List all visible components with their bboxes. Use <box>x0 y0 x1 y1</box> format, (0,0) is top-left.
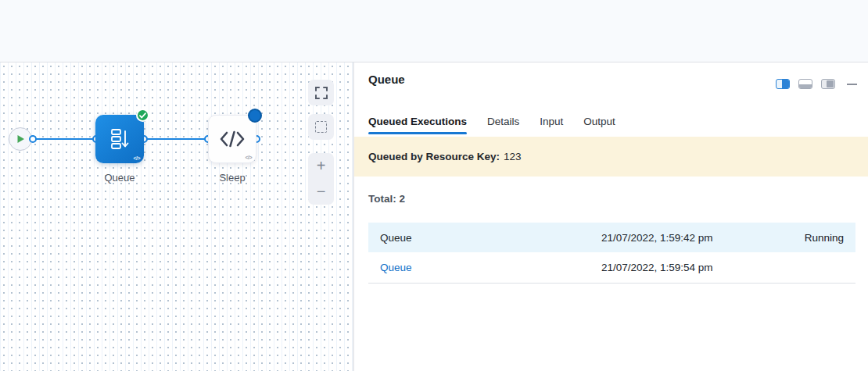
port-start-output[interactable] <box>29 135 37 143</box>
node-label-sleep: Sleep <box>208 172 256 184</box>
layout-split-right-icon[interactable] <box>776 79 790 89</box>
code-block-mini-icon: </> <box>245 155 252 160</box>
workflow-editor: </> </> Queue Sleep <box>0 0 868 371</box>
execution-row[interactable]: Queue 21/07/2022, 1:59:42 pm Running <box>368 223 855 252</box>
executions-table: Queue 21/07/2022, 1:59:42 pm Running Que… <box>368 223 855 284</box>
panel-tabs: Queued Executions Details Input Output <box>368 108 615 134</box>
success-check-icon <box>136 109 149 122</box>
fit-view-button[interactable] <box>308 80 334 105</box>
queue-icon <box>109 128 130 150</box>
panel-title: Queue <box>368 72 405 87</box>
execution-timestamp: 21/07/2022, 1:59:42 pm <box>601 232 805 244</box>
selected-node-badge <box>248 109 262 123</box>
node-sleep[interactable]: </> <box>208 115 256 163</box>
marquee-select-icon <box>315 121 327 133</box>
zoom-out-button[interactable]: − <box>308 179 334 205</box>
node-label-queue: Queue <box>95 172 144 184</box>
banner-label: Queued by Resource Key: <box>368 151 500 162</box>
edge-queue-to-sleep <box>144 138 208 140</box>
marquee-select-button[interactable] <box>308 114 334 140</box>
tab-queued-executions[interactable]: Queued Executions <box>368 108 467 134</box>
execution-row[interactable]: Queue 21/07/2022, 1:59:54 pm <box>368 252 855 284</box>
execution-name: Queue <box>380 232 601 244</box>
resource-key-banner: Queued by Resource Key: 123 <box>354 137 868 177</box>
play-icon <box>16 134 25 144</box>
execution-timestamp: 21/07/2022, 1:59:54 pm <box>601 262 844 273</box>
tab-output[interactable]: Output <box>583 108 615 134</box>
tab-input[interactable]: Input <box>540 108 563 134</box>
tab-details[interactable]: Details <box>487 108 519 134</box>
edge-start-to-queue <box>33 138 96 140</box>
node-queue[interactable]: </> <box>95 115 144 163</box>
panel-layout-controls <box>776 79 857 89</box>
banner-value: 123 <box>504 151 522 162</box>
collapse-panel-icon[interactable] <box>847 84 857 85</box>
node-inspector-panel: Queue Queued Executions Details Input Ou… <box>353 62 868 371</box>
code-block-mini-icon: </> <box>133 155 140 161</box>
code-icon <box>220 130 245 148</box>
zoom-controls: + − <box>308 153 334 205</box>
layout-right-panel-icon[interactable] <box>821 79 835 89</box>
top-bar <box>0 0 868 62</box>
layout-bottom-panel-icon[interactable] <box>798 79 812 89</box>
execution-name-link[interactable]: Queue <box>380 262 601 273</box>
total-count: Total: 2 <box>368 191 405 207</box>
zoom-in-button[interactable]: + <box>308 153 334 179</box>
workflow-canvas[interactable]: </> </> Queue Sleep <box>0 62 353 371</box>
execution-status: Running <box>805 232 844 244</box>
fullscreen-icon <box>315 87 328 99</box>
